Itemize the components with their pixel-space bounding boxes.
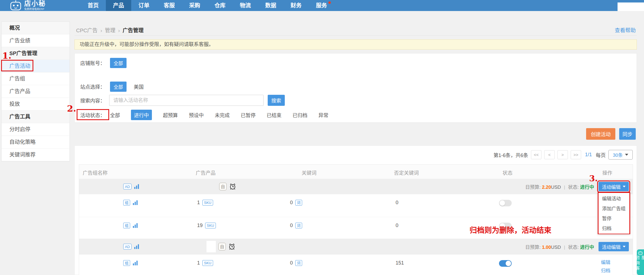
campaign-edit-dropdown-button[interactable]: 3. 活动编辑 — [599, 182, 629, 191]
sidebar-item-ad-products[interactable]: 广告产品 — [2, 85, 69, 98]
nav-item-home[interactable]: 首页 — [80, 0, 106, 11]
sidebar-item-ad-groups[interactable]: 广告组 — [2, 72, 69, 85]
bar-chart-icon[interactable] — [133, 200, 138, 205]
breadcrumb-cpc-ads[interactable]: CPC广告 — [76, 28, 98, 33]
keyword-badge-icon: 词 — [295, 200, 302, 206]
upgrade-notice-banner: 功能正在升级中，可能部分操作受限，如有疑问请联系客服。 — [74, 39, 637, 50]
breadcrumb: CPC广告›管理›广告管理 — [76, 26, 144, 34]
sku-badge-icon: SKU — [202, 200, 213, 206]
status-option-scheduled[interactable]: 预设中 — [189, 111, 204, 118]
breadcrumb-manage[interactable]: 管理 — [105, 28, 115, 33]
dropdown-item-pause[interactable]: 暂停 — [599, 214, 629, 224]
nav-item-services[interactable]: 服务 — [309, 0, 334, 11]
sync-button[interactable]: 同步 — [619, 128, 636, 140]
keyword-badge-icon: 词 — [295, 260, 302, 266]
app-root: 店小秘 免费跨境电商ERP 首页 产品 订单 客服 采购 仓库 物流 数据 财务… — [0, 0, 644, 275]
create-campaign-button[interactable]: 创建活动 — [586, 128, 615, 140]
sidebar-item-schedule-pause[interactable]: 分时启停 — [2, 123, 69, 136]
nav-item-orders[interactable]: 订单 — [131, 0, 157, 11]
product-count: 19 — [197, 223, 203, 228]
annotation-step-3: 3. — [589, 174, 598, 183]
status-filter-label: 活动状态： — [80, 111, 105, 118]
nav-item-purchase[interactable]: 采购 — [182, 0, 207, 11]
nav-item-data[interactable]: 数据 — [258, 0, 283, 11]
sidebar-item-targeting[interactable]: 投放 — [2, 98, 69, 110]
bar-chart-icon[interactable] — [134, 184, 139, 189]
status-option-incomplete[interactable]: 未完成 — [215, 111, 230, 118]
bar-chart-icon[interactable] — [134, 244, 139, 249]
col-header-ad-products: 广告产品 — [196, 169, 216, 176]
pagination-summary: 第1-6条，共6条 — [493, 151, 528, 158]
pagination-next-button[interactable]: > — [557, 150, 568, 159]
status-option-paused[interactable]: 已暂停 — [241, 111, 256, 118]
bar-chart-icon[interactable] — [133, 223, 138, 228]
annotation-archive-note: 归档则为删除，活动结束 — [469, 224, 551, 235]
keyword-count: 0 — [290, 223, 293, 228]
nav-item-service[interactable]: 客服 — [157, 0, 182, 11]
sidebar-header-sp-ad-management: SP广告管理 — [2, 47, 69, 60]
sidebar-item-ad-campaigns[interactable]: 广告活动 — [2, 60, 69, 72]
account-filter-all-chip[interactable]: 全部 — [110, 58, 127, 68]
chevron-down-icon — [625, 154, 628, 156]
dropdown-item-edit-campaign[interactable]: 编辑活动 — [599, 194, 629, 204]
sidebar-item-ad-performance[interactable]: 广告业绩 — [2, 34, 69, 47]
pagination-prev-button[interactable]: < — [544, 150, 555, 159]
ad-badge-icon[interactable]: AD — [123, 244, 132, 250]
edit-link[interactable]: 编辑 — [601, 258, 610, 265]
service-tab-label: 咨询客服 — [635, 255, 644, 275]
daily-budget-value: 2.20 — [542, 185, 551, 190]
app-logo[interactable]: 店小秘 免费跨境电商ERP — [9, 0, 46, 11]
site-filter-us-option[interactable]: 美国 — [134, 83, 144, 90]
search-button[interactable]: 搜索 — [268, 95, 285, 106]
alarm-clock-icon[interactable] — [228, 243, 235, 250]
group-badge-icon[interactable]: 组 — [123, 200, 130, 206]
per-page-select[interactable]: 30条 — [608, 150, 633, 160]
filter-row-status: 活动状态： 全部 进行中 超预算 预设中 未完成 已暂停 已结束 已归档 异常 — [75, 109, 637, 120]
campaign-edit-dropdown-button[interactable]: 活动编辑 — [599, 242, 629, 251]
status-option-abnormal[interactable]: 异常 — [318, 111, 328, 118]
auto-badge-icon: 自 — [219, 183, 227, 190]
table-header-row: 广告组名称 广告产品 关键词 否定关键词 状态 操作 — [79, 165, 633, 179]
filter-row-site: 站点选择： 全部 美国 — [75, 81, 637, 92]
adgroup-row: 组 1 SKU 0 词 0 — [79, 194, 633, 217]
alarm-clock-icon[interactable] — [229, 183, 236, 190]
bar-chart-icon[interactable] — [133, 260, 138, 266]
sidebar-item-automation[interactable]: 自动化策略 — [2, 136, 69, 149]
view-help-link[interactable]: 查看帮助 — [615, 26, 636, 34]
adgroup-status-toggle[interactable] — [499, 260, 512, 267]
dropdown-item-archive[interactable]: 归档 — [599, 224, 629, 234]
pagination-first-button[interactable]: << — [531, 150, 541, 159]
filter-row-account: 店铺账号： 全部 — [75, 57, 637, 68]
col-header-negative-keywords: 否定关键词 — [394, 169, 419, 176]
status-option-all[interactable]: 全部 — [110, 111, 120, 118]
status-option-archived[interactable]: 已归档 — [293, 111, 307, 118]
product-count: 1 — [197, 200, 200, 206]
customer-service-tab[interactable]: 咨询客服 — [637, 249, 644, 275]
campaign-search-input[interactable] — [109, 95, 264, 106]
chevron-down-icon — [623, 246, 626, 247]
adgroup-status-toggle[interactable] — [499, 200, 512, 206]
nav-item-warehouse[interactable]: 仓库 — [207, 0, 233, 11]
campaign-edit-dropdown-menu: 编辑活动 添加广告组 暂停 归档 — [598, 192, 630, 234]
campaign-row: AD 自 日预算: — [79, 179, 633, 194]
annotation-step-1: 1. — [2, 50, 11, 61]
sidebar-item-keyword-suggest[interactable]: 关键词推荐 — [2, 149, 69, 161]
group-badge-icon[interactable]: 组 — [123, 260, 130, 266]
site-filter-all-chip[interactable]: 全部 — [110, 82, 127, 92]
ad-badge-icon[interactable]: AD — [123, 184, 132, 190]
status-option-over-budget[interactable]: 超预算 — [163, 111, 178, 118]
pagination-last-button[interactable]: >> — [571, 150, 581, 159]
logo-tagline: 免费跨境电商ERP — [24, 7, 46, 11]
dropdown-item-add-adgroup[interactable]: 添加广告组 — [599, 204, 629, 214]
nav-item-logistics[interactable]: 物流 — [233, 0, 258, 11]
status-option-ended[interactable]: 已结束 — [267, 111, 281, 118]
campaign-row: AD 自 日预算: — [79, 239, 633, 255]
sidebar: 概况 广告业绩 SP广告管理 广告活动 广告组 广告产品 投放 广告工具 分时启… — [1, 21, 70, 161]
status-option-running[interactable]: 进行中 — [131, 110, 152, 120]
nav-item-finance[interactable]: 财务 — [283, 0, 309, 11]
campaign-status-running: 进行中 — [580, 245, 594, 250]
nav-item-products[interactable]: 产品 — [106, 0, 131, 11]
negative-keyword-count: 0 — [396, 223, 398, 228]
archive-link[interactable]: 归档 — [601, 267, 610, 274]
group-badge-icon[interactable]: 组 — [123, 223, 130, 228]
